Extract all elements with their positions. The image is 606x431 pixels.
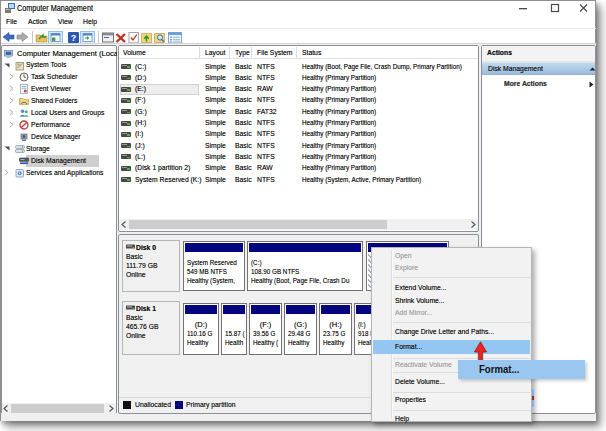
svg-text:?: ?: [71, 33, 77, 43]
